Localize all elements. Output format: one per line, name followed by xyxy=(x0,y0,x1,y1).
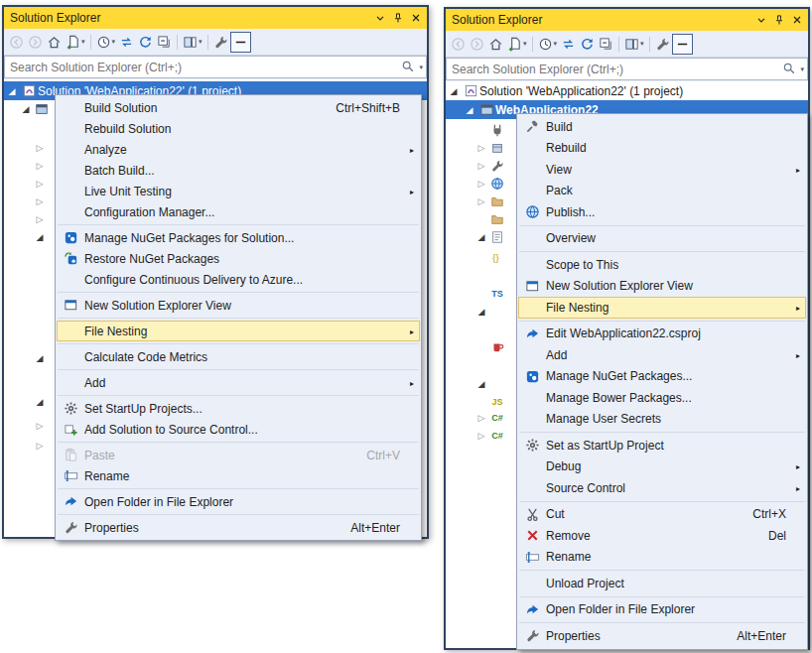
menu-item-properties[interactable]: PropertiesAlt+Enter xyxy=(518,625,806,647)
back-circle-button[interactable] xyxy=(7,32,26,53)
menu-item-batch-build[interactable]: Batch Build... xyxy=(57,160,420,181)
sync-button[interactable] xyxy=(559,34,578,55)
menu-item-open-folder-in-file-explorer[interactable]: Open Folder in File Explorer xyxy=(518,599,806,621)
collapsed-arrow-icon[interactable]: ▷ xyxy=(32,161,48,171)
menu-item-debug[interactable]: Debug▸ xyxy=(518,457,806,478)
collapsed-arrow-icon[interactable]: ▷ xyxy=(32,143,48,153)
menu-item-add-solution-to-source-control[interactable]: Add Solution to Source Control... xyxy=(57,419,420,440)
pin-button[interactable] xyxy=(770,12,787,29)
menu-item-manage-nuget-packages-for-solution[interactable]: Manage NuGet Packages for Solution... xyxy=(57,227,420,248)
wrench-button[interactable] xyxy=(653,34,672,55)
expanded-arrow-icon[interactable]: ◢ xyxy=(446,86,462,96)
menu-item-source-control[interactable]: Source Control▸ xyxy=(518,477,806,499)
menu-item-file-nesting[interactable]: File Nesting▸ xyxy=(57,321,420,341)
collapsed-arrow-icon[interactable]: ▷ xyxy=(474,161,489,171)
menu-item-calculate-code-metrics[interactable]: Calculate Code Metrics xyxy=(57,346,420,367)
collapse-all-button[interactable] xyxy=(597,34,615,55)
collapse-all-button[interactable] xyxy=(155,32,174,53)
menu-item-remove[interactable]: RemoveDel xyxy=(518,525,806,547)
menu-item-manage-bower-packages[interactable]: Manage Bower Packages... xyxy=(518,387,806,409)
search-input[interactable]: Search Solution Explorer (Ctrl+;) ▾ xyxy=(446,58,808,80)
expanded-arrow-icon[interactable]: ◢ xyxy=(18,104,34,114)
menu-item-restore-nuget-packages[interactable]: Restore NuGet Packages xyxy=(57,248,420,269)
sync-button[interactable] xyxy=(117,32,136,53)
add-file-button[interactable]: ▾ xyxy=(64,32,87,53)
menu-item-add[interactable]: Add▸ xyxy=(518,344,806,366)
home-button[interactable] xyxy=(486,34,505,55)
menu-item-properties[interactable]: PropertiesAlt+Enter xyxy=(57,517,420,538)
chevron-down-button[interactable] xyxy=(752,12,769,29)
menu-item-open-folder-in-file-explorer[interactable]: Open Folder in File Explorer xyxy=(57,491,420,512)
collapsed-arrow-icon[interactable]: ▷ xyxy=(474,413,489,423)
clock-button[interactable]: ▾ xyxy=(94,32,118,53)
menu-item-unload-project[interactable]: Unload Project xyxy=(518,573,806,594)
dash-button[interactable] xyxy=(230,32,251,53)
menu-item-paste[interactable]: PasteCtrl+V xyxy=(57,445,420,465)
search-input[interactable]: Search Solution Explorer (Ctrl+;) ▾ xyxy=(4,56,427,78)
collapsed-arrow-icon[interactable]: ▷ xyxy=(32,421,48,431)
menu-item-rebuild[interactable]: Rebuild xyxy=(518,138,806,160)
toolbar-separator xyxy=(177,35,178,50)
expanded-arrow-icon[interactable]: ◢ xyxy=(462,105,477,115)
collapsed-arrow-icon[interactable]: ▷ xyxy=(32,196,48,206)
expanded-arrow-icon[interactable]: ◢ xyxy=(474,307,489,317)
menu-item-build-solution[interactable]: Build SolutionCtrl+Shift+B xyxy=(57,97,420,118)
dash-button[interactable] xyxy=(672,34,693,55)
refresh-button[interactable] xyxy=(578,34,597,55)
menu-item-live-unit-testing[interactable]: Live Unit Testing▸ xyxy=(57,181,420,201)
collapsed-arrow-icon[interactable]: ▷ xyxy=(474,179,489,189)
menu-item-new-solution-explorer-view[interactable]: New Solution Explorer View xyxy=(518,276,806,298)
collapsed-arrow-icon[interactable]: ▷ xyxy=(474,143,489,153)
menu-item-label: Rename xyxy=(84,469,129,483)
close-button[interactable] xyxy=(788,12,805,29)
menu-item-cut[interactable]: CutCtrl+X xyxy=(518,504,806,526)
menu-item-file-nesting[interactable]: File Nesting▸ xyxy=(518,297,806,319)
preview-button[interactable]: ▾ xyxy=(181,32,204,53)
collapsed-arrow-icon[interactable]: ▷ xyxy=(32,179,48,189)
menu-item-add[interactable]: Add▸ xyxy=(57,372,420,393)
menu-item-edit-webapplication22-csproj[interactable]: Edit WebApplication22.csproj xyxy=(518,324,806,345)
refresh-button[interactable] xyxy=(136,32,155,53)
menu-item-rebuild-solution[interactable]: Rebuild Solution xyxy=(57,118,420,139)
menu-item-scope-to-this[interactable]: Scope to This xyxy=(518,254,806,276)
titlebar[interactable]: Solution Explorer xyxy=(446,9,808,31)
titlebar[interactable]: Solution Explorer xyxy=(4,7,427,29)
forward-circle-button[interactable] xyxy=(468,34,486,55)
expanded-arrow-icon[interactable]: ◢ xyxy=(32,353,48,363)
menu-item-set-as-startup-project[interactable]: Set as StartUp Project xyxy=(518,435,806,457)
forward-circle-button[interactable] xyxy=(26,32,45,53)
collapsed-arrow-icon[interactable]: ▷ xyxy=(474,431,489,441)
menu-item-overview[interactable]: Overview xyxy=(518,228,806,250)
home-button[interactable] xyxy=(45,32,64,53)
back-circle-button[interactable] xyxy=(449,34,468,55)
menu-item-manage-nuget-packages[interactable]: Manage NuGet Packages... xyxy=(518,366,806,388)
menu-item-analyze[interactable]: Analyze▸ xyxy=(57,139,420,160)
menu-item-build[interactable]: Build xyxy=(518,116,806,138)
collapsed-arrow-icon[interactable]: ▷ xyxy=(32,441,48,451)
collapsed-arrow-icon[interactable]: ▷ xyxy=(474,196,489,206)
expanded-arrow-icon[interactable]: ◢ xyxy=(4,86,20,96)
add-file-button[interactable]: ▾ xyxy=(505,34,529,55)
close-button[interactable] xyxy=(407,10,424,27)
menu-item-pack[interactable]: Pack xyxy=(518,181,806,202)
expanded-arrow-icon[interactable]: ◢ xyxy=(32,232,48,242)
menu-item-new-solution-explorer-view[interactable]: New Solution Explorer View xyxy=(57,295,420,316)
expanded-arrow-icon[interactable]: ◢ xyxy=(32,397,48,407)
menu-item-rename[interactable]: Rename xyxy=(57,465,420,486)
menu-item-rename[interactable]: Rename xyxy=(518,547,806,569)
tree-item-solution[interactable]: ◢ Solution 'WebApplication22' (1 project… xyxy=(446,81,808,100)
menu-item-configuration-manager[interactable]: Configuration Manager... xyxy=(57,201,420,222)
menu-item-publish[interactable]: Publish... xyxy=(518,201,806,223)
clock-button[interactable]: ▾ xyxy=(536,34,560,55)
collapsed-arrow-icon[interactable]: ▷ xyxy=(32,214,48,224)
chevron-down-button[interactable] xyxy=(371,10,388,27)
expanded-arrow-icon[interactable]: ◢ xyxy=(474,232,489,242)
menu-item-manage-user-secrets[interactable]: Manage User Secrets xyxy=(518,409,806,431)
preview-button[interactable]: ▾ xyxy=(622,34,646,55)
menu-item-view[interactable]: View▸ xyxy=(518,159,806,181)
pin-button[interactable] xyxy=(389,10,406,27)
wrench-button[interactable] xyxy=(211,32,230,53)
menu-item-set-startup-projects[interactable]: Set StartUp Projects... xyxy=(57,398,420,419)
menu-item-configure-continuous-delivery-to-azure[interactable]: Configure Continuous Delivery to Azure..… xyxy=(57,269,420,290)
expanded-arrow-icon[interactable]: ◢ xyxy=(474,379,489,389)
